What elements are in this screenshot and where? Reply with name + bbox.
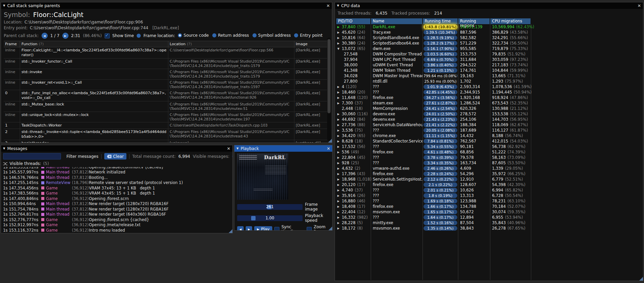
expand-arrow[interactable]: ▼ xyxy=(337,47,342,50)
expand-arrow[interactable]: ▶ xyxy=(337,26,342,29)
callstack-table-row[interactable]: inlinestd::invokeC:\Program Files (x86)\… xyxy=(4,69,329,80)
message-row[interactable]: 1s 146,576,766nsMain thread(37,812)Booti… xyxy=(3,175,232,180)
cpu-process-row[interactable]: ▶11,648(120)firefox.exe34.27 s (3.56%)1,… xyxy=(336,95,642,100)
help-icon[interactable]: (?) xyxy=(39,42,44,46)
expand-arrow[interactable]: ▶ xyxy=(337,31,342,34)
callstack-table-row[interactable]: 2std::thread::_Invoke<std::tuple<<lambda… xyxy=(4,129,329,140)
cpu-process-row[interactable]: ▶30,380(24)ScriptedSandbox64.exe1:28.2 (… xyxy=(336,40,642,46)
scrollbar-thumb[interactable] xyxy=(327,39,331,113)
help-icon[interactable]: (?) xyxy=(187,42,192,46)
cpu-process-row[interactable]: ▶10,816(64)ScriptedSandbox64.exe1:28.5 (… xyxy=(336,35,642,40)
collapse-icon[interactable]: ▼ xyxy=(3,147,5,150)
frame-image-slider[interactable]: 261 xyxy=(237,204,303,210)
cpu-process-row[interactable]: ▶16,880(46)???1.69 s (0.18%)123,98878,23… xyxy=(336,198,642,204)
expand-arrow[interactable]: ▶ xyxy=(337,189,342,192)
cpu-process-row[interactable]: ▶18,408(17)firefox.exe1.66 s (0.17%)134,… xyxy=(336,204,642,209)
cpu-process-row[interactable]: ▶44,692(84)devenv.exe21.43 s (2.23%)254,… xyxy=(336,117,642,122)
message-row[interactable]: 1s 147,354,456nsGame(36,912)VRAM 37x45: … xyxy=(3,185,232,191)
playback-titlebar[interactable]: ▼ Playback ✕ xyxy=(234,145,332,152)
expand-arrow[interactable]: ▶ xyxy=(337,102,342,105)
frame-column-header[interactable]: Frame xyxy=(4,41,20,47)
cpu-migrations-column-header[interactable]: CPU migrations xyxy=(490,18,531,24)
cpu-process-row[interactable]: 37,904DWM LPC Port Thread6.69 s (0.70%)3… xyxy=(336,57,642,62)
radio-icon[interactable] xyxy=(252,33,257,37)
cpu-process-row[interactable]: ▶3,536(75)???20.05 s (2.08%)187,689116,1… xyxy=(336,128,642,133)
cpu-process-row[interactable]: 38,000uDWM Event Thread3.86 s (0.40%)294… xyxy=(336,62,642,68)
expand-arrow[interactable]: ▶ xyxy=(337,178,342,181)
expand-arrow[interactable]: ▶ xyxy=(337,140,342,143)
expand-arrow[interactable]: ▶ xyxy=(337,205,342,208)
message-row[interactable]: 1s 153,116,372nsGame(36,912)Intro menu l… xyxy=(3,228,232,233)
filter-input[interactable] xyxy=(3,153,61,160)
resize-grip[interactable] xyxy=(328,139,332,143)
cpu-process-row[interactable]: ▶35,916(26)???1.8 s (0.19%)13,3136,728(5… xyxy=(336,193,642,198)
cpu-process-row[interactable]: 41,348DWM Token Thread1.21 s (0.13%)174,… xyxy=(336,68,642,73)
cpu-process-row[interactable]: ▶4,632(2)vmware-authd.exe2.46 s (0.26%)4… xyxy=(336,166,642,171)
cpu-process-row[interactable]: ▶30,060(116)devenv.exe24.01 s (2.50%)278… xyxy=(336,111,642,117)
expand-arrow[interactable]: ▶ xyxy=(337,42,342,45)
function-column-header[interactable]: Function(?) xyxy=(20,41,168,47)
callstack-titlebar[interactable]: ▼ Call stack sample parents ✕ xyxy=(1,2,332,9)
expand-arrow[interactable]: ▶ xyxy=(337,151,342,154)
expand-arrow[interactable]: ▶ xyxy=(337,134,342,137)
cpu-process-row[interactable]: ▼13,072(65)dwm.exe1:16.1 (7.90%)955,5857… xyxy=(336,46,642,51)
running-time-column-header[interactable]: Running time xyxy=(423,18,458,24)
show-time-checkbox[interactable] xyxy=(105,33,110,38)
expand-arrow[interactable]: ▶ xyxy=(337,216,342,219)
callstack-table-row[interactable]: inlinestd::_Invoker_ret<void,1>::_CallC:… xyxy=(4,80,329,90)
expand-arrow[interactable]: ▶ xyxy=(337,167,342,170)
cpu-process-row[interactable]: ▶18,968(1,018)ServiceHub.SettingsHost.ex… xyxy=(336,177,642,182)
expand-arrow[interactable]: ▶ xyxy=(337,123,342,127)
frame-location-option[interactable]: Return address xyxy=(212,33,249,38)
collapse-icon[interactable]: ▼ xyxy=(337,4,339,7)
callstack-table-row[interactable]: 3beginthreadex[unknown][ucrtbase.dll] xyxy=(4,140,329,143)
previous-stack-button[interactable]: ◀ xyxy=(42,33,48,39)
next-frame-button[interactable]: ▶ xyxy=(246,226,252,231)
cpu-process-row[interactable]: ▶22,804(45)???3.78 s (0.39%)79,57858,163… xyxy=(336,155,642,160)
cpu-process-row[interactable]: 27,800ntdll.dll25.93 ms (0.00%)1,7021,29… xyxy=(336,79,642,84)
shuffle-icon[interactable] xyxy=(3,162,7,166)
close-icon[interactable]: ✕ xyxy=(327,146,330,151)
expand-arrow[interactable]: ▶ xyxy=(337,221,342,224)
expand-arrow[interactable]: ▶ xyxy=(337,183,342,186)
expand-arrow[interactable]: ▶ xyxy=(337,156,342,159)
callstack-table-row[interactable]: inlineFloor::CalcLight::__l4::<lambda_5b… xyxy=(4,47,329,59)
expand-arrow[interactable]: ▶ xyxy=(337,211,342,214)
cpu-process-row[interactable]: ▶536(49)firefox.exe4.61 s (0.48%)68,8565… xyxy=(336,149,642,155)
pid-column-header[interactable]: PID/TID xyxy=(336,18,371,24)
image-column-header[interactable]: Image xyxy=(294,41,329,47)
play-button[interactable]: ▶ Play xyxy=(254,226,272,231)
cpu-process-row[interactable]: ▶22,404(12)msvsmon.exe1.65 s (0.17%)50,6… xyxy=(336,209,642,215)
frame-location-option[interactable]: Symbol address xyxy=(252,33,291,38)
message-row[interactable]: 1s 147,383,566nsGame(36,912)VRAM 43x45: … xyxy=(3,191,232,196)
previous-frame-button[interactable]: ◀ xyxy=(237,226,244,231)
next-stack-button[interactable]: ▶ xyxy=(62,33,68,39)
cpu-process-row[interactable]: ▶17,396(43)firefox.exe2.28 s (0.24%)54,2… xyxy=(336,171,642,177)
cpu-process-row[interactable]: 34,028DWM Master Input Thread799.64 ms (… xyxy=(336,73,642,79)
message-row[interactable]: 1s 147,400,846nsGame(36,912)Opening /for… xyxy=(3,196,232,201)
cpu-process-row[interactable]: ▶18,172(8)msvsmon.exe1.35 s (0.14%)38,84… xyxy=(336,226,642,231)
cpu-process-row[interactable]: ▶7,300(37)steam.exe27.61 s (2.87%)1,286,… xyxy=(336,100,642,106)
cpu-titlebar[interactable]: ▼ CPU data ✕ xyxy=(335,2,643,9)
close-icon[interactable]: ✕ xyxy=(227,146,230,151)
close-icon[interactable]: ✕ xyxy=(326,3,330,8)
running-regions-column-header[interactable]: Running regions xyxy=(458,18,490,24)
expand-arrow[interactable]: ▶ xyxy=(337,96,342,99)
message-row[interactable]: 1s 126,335,272nsMain thread(37,812)Openi… xyxy=(3,167,232,170)
cpu-process-row[interactable]: ▶20,120(17)firefox.exe2.1 s (0.22%)128,6… xyxy=(336,182,642,187)
message-row[interactable]: 1s 145,557,997nsMain thread(37,812)Netwo… xyxy=(3,170,232,175)
callstack-table-row[interactable]: inlinestd::_Mutex_base::lockC:\Program F… xyxy=(4,101,329,112)
radio-icon[interactable] xyxy=(294,33,298,37)
playback-speed-slider[interactable]: 1.00 xyxy=(237,215,303,221)
cpu-process-row[interactable]: ▶928(25)???3.34 s (0.35%)163,73487,605(5… xyxy=(336,160,642,166)
expand-arrow[interactable]: ▶ xyxy=(337,200,342,203)
resize-grip[interactable] xyxy=(639,277,643,281)
message-row[interactable]: 1s 152,912,997nsGame(36,912)Opening /met… xyxy=(3,222,232,228)
cpu-process-row[interactable]: ▶16,332(982)???1.64 s (0.17%)12,8946,955… xyxy=(336,215,642,220)
expand-arrow[interactable]: ▶ xyxy=(337,227,342,230)
cpu-process-row[interactable]: ▶37,840(55)DarkRL.exe1:43.8 (10.81%)16,9… xyxy=(336,24,642,30)
location-column-header[interactable]: Location(?) xyxy=(168,41,294,47)
message-row[interactable]: 1s 147,255,145nsRemoteView(18,796)Remote… xyxy=(3,180,232,186)
name-column-header[interactable]: Name xyxy=(371,18,423,24)
expand-arrow[interactable]: ▶ xyxy=(337,91,342,94)
